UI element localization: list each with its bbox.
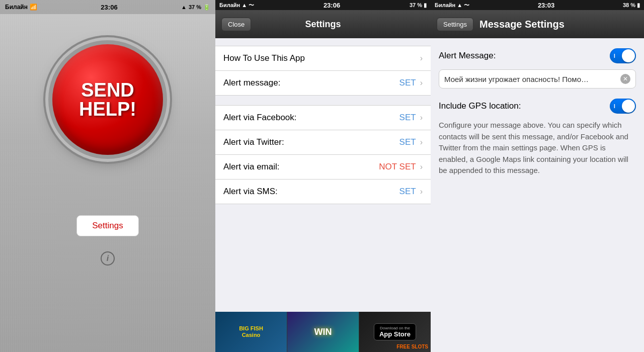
battery-message: 38 % (623, 2, 635, 8)
gps-toggle-label: I (614, 104, 615, 109)
ad-big-fish-line2: Casino (239, 332, 263, 338)
sb-left-settings: Билайн ▲ 〜 (219, 2, 254, 9)
wifi-icon-message: 〜 (464, 2, 469, 9)
ad-download-small: Download on the (380, 326, 410, 330)
ad-win[interactable]: WIN (287, 312, 359, 352)
twitter-row[interactable]: Alert via Twitter: SET › (215, 130, 431, 155)
button-send-text: SEND (81, 80, 134, 100)
ad-slots-text: FREE SLOTS (396, 344, 428, 349)
gps-toggle[interactable]: I (610, 99, 636, 114)
battery-main: 37 % (189, 4, 201, 10)
gps-label: Include GPS location: (439, 101, 521, 111)
signal-icon-settings: ▲ (242, 2, 247, 8)
settings-title: Settings (305, 19, 341, 30)
message-input-row: ✕ (439, 69, 636, 89)
message-settings-screen: Билайн ▲ 〜 23:03 38 % ▮ Settings Message… (431, 0, 644, 352)
message-settings-content: Alert Message: I ✕ Include GPS location:… (431, 38, 644, 352)
gps-toggle-row: Include GPS location: I (439, 99, 636, 114)
email-row[interactable]: Alert via email: NOT SET › (215, 154, 431, 180)
clear-icon: ✕ (623, 75, 628, 82)
main-screen: Билайн 📶 23:06 ▲ 37 % 🔋 SEND HELP! Setti… (0, 0, 215, 352)
facebook-label: Alert via Facebook: (223, 113, 297, 123)
ad-banner: BIG FISH Casino WIN Download on the App … (215, 312, 431, 352)
send-help-button[interactable]: SEND HELP! (52, 44, 163, 155)
button-help-text: HELP! (79, 100, 136, 119)
signal-icon-message: ▲ (457, 2, 462, 8)
twitter-right: SET › (399, 137, 423, 147)
chevron-icon-how-to: › (420, 54, 423, 63)
toggle-on-label: I (614, 53, 615, 59)
email-label: Alert via email: (223, 162, 279, 172)
toggle-thumb-gps (622, 100, 635, 113)
alert-message-row[interactable]: Alert message: SET › (215, 70, 431, 96)
chevron-icon-facebook: › (420, 113, 423, 122)
send-help-button-container: SEND HELP! (52, 44, 163, 155)
time-message: 23:03 (538, 2, 554, 9)
battery-icon: 🔋 (203, 4, 210, 11)
alert-message-value: SET (399, 78, 416, 88)
status-bar-right: ▲ 37 % 🔋 (181, 4, 210, 11)
chevron-icon-alert: › (420, 78, 423, 87)
ad-big-fish[interactable]: BIG FISH Casino (215, 312, 287, 352)
settings-screen: Билайн ▲ 〜 23:06 37 % ▮ Close Settings H… (215, 0, 431, 352)
message-settings-title: Message Settings (479, 19, 565, 30)
clear-message-button[interactable]: ✕ (620, 74, 630, 84)
status-bar-left: Билайн 📶 (5, 4, 37, 11)
twitter-value: SET (399, 137, 416, 147)
sb-right-settings: 37 % ▮ (410, 2, 427, 9)
battery-settings: 37 % (410, 2, 422, 8)
settings-section-2: Alert via Facebook: SET › Alert via Twit… (215, 105, 431, 204)
twitter-label: Alert via Twitter: (223, 137, 284, 147)
sb-left-message: Билайн ▲ 〜 (435, 2, 469, 9)
how-to-use-right: › (420, 54, 423, 63)
settings-button[interactable]: Settings (76, 215, 138, 236)
sms-row[interactable]: Alert via SMS: SET › (215, 179, 431, 204)
ad-appstore-badge: Download on the App Store (374, 323, 416, 340)
back-to-settings-button[interactable]: Settings (437, 18, 473, 31)
carrier-settings: Билайн (219, 2, 240, 8)
message-nav-bar: Settings Message Settings (431, 10, 644, 38)
status-bar-settings: Билайн ▲ 〜 23:06 37 % ▮ (215, 0, 431, 10)
time-settings: 23:06 (324, 2, 340, 9)
info-button[interactable]: i (101, 251, 115, 266)
message-description: Configure your message above. You can sp… (439, 120, 636, 177)
status-bar-message: Билайн ▲ 〜 23:03 38 % ▮ (431, 0, 644, 10)
alert-message-toggle-label: Alert Message: (439, 51, 496, 61)
how-to-use-label: How To Use This App (223, 53, 305, 63)
email-right: NOT SET › (379, 162, 423, 172)
battery-icon-message: ▮ (637, 2, 640, 9)
sb-right-message: 38 % ▮ (623, 2, 640, 9)
close-button[interactable]: Close (221, 18, 251, 31)
settings-nav-bar: Close Settings (215, 10, 431, 38)
location-icon: ▲ (181, 4, 187, 10)
ad-big-fish-line1: BIG FISH (239, 325, 263, 332)
sms-value: SET (399, 187, 416, 197)
facebook-right: SET › (399, 113, 423, 123)
ad-win-text: WIN (314, 327, 332, 337)
chevron-icon-twitter: › (420, 138, 423, 147)
message-input[interactable] (444, 75, 620, 83)
status-bar-main: Билайн 📶 23:06 ▲ 37 % 🔋 (0, 0, 215, 14)
email-value: NOT SET (379, 162, 416, 172)
carrier-message: Билайн (435, 2, 455, 8)
chevron-icon-email: › (420, 162, 423, 171)
ad-big-fish-text: BIG FISH Casino (239, 325, 263, 338)
wifi-icon: 📶 (30, 4, 37, 11)
alert-message-label: Alert message: (223, 78, 280, 88)
alert-message-toggle[interactable]: I (610, 48, 636, 63)
alert-message-toggle-row: Alert Message: I (439, 48, 636, 63)
chevron-icon-sms: › (420, 187, 423, 196)
settings-section-1: How To Use This App › Alert message: SET… (215, 46, 431, 95)
sms-right: SET › (399, 187, 423, 197)
battery-icon-settings: ▮ (424, 2, 427, 9)
ad-download-large: App Store (379, 330, 411, 338)
alert-message-right: SET › (399, 78, 423, 88)
ad-appstore[interactable]: Download on the App Store FREE SLOTS (359, 312, 431, 352)
info-icon: i (107, 254, 109, 263)
wifi-icon-settings: 〜 (249, 2, 254, 9)
time-main: 23:06 (101, 4, 117, 11)
facebook-row[interactable]: Alert via Facebook: SET › (215, 105, 431, 130)
sms-label: Alert via SMS: (223, 187, 278, 197)
how-to-use-row[interactable]: How To Use This App › (215, 46, 431, 71)
toggle-thumb-alert (622, 49, 635, 62)
